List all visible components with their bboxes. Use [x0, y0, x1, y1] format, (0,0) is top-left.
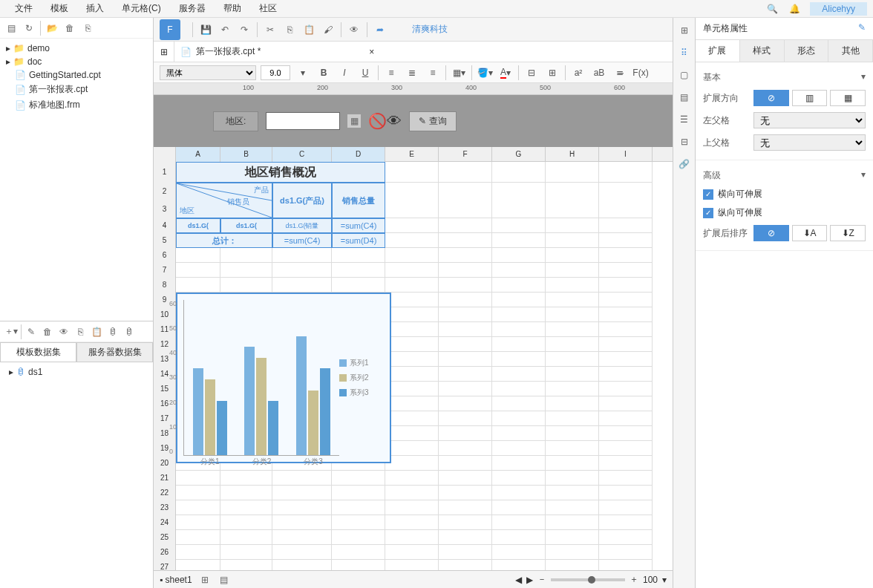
paste-dataset-icon[interactable]: 📋 — [90, 325, 103, 339]
zoom-out-icon[interactable]: － — [537, 573, 546, 586]
menu-community[interactable]: 社区 — [250, 2, 286, 15]
row-20[interactable]: 20 — [154, 456, 176, 471]
menu-template[interactable]: 模板 — [42, 2, 77, 15]
chart-embed[interactable]: 6050403020100 分类1分类2分类3 系列1系列2系列3 — [176, 293, 391, 463]
tree-file-map[interactable]: 📄 标准地图.frm — [0, 97, 153, 113]
cell-diagonal[interactable]: 产品 销售员 地区 — [176, 183, 272, 218]
italic-icon[interactable]: I — [336, 65, 353, 81]
subscript-icon[interactable]: aB — [591, 65, 607, 81]
row-7[interactable]: 7 — [154, 263, 176, 278]
format-painter-icon[interactable]: 🖌 — [321, 23, 335, 36]
col-B[interactable]: B — [220, 147, 272, 162]
expand-none-button[interactable]: ⊘ — [753, 90, 789, 106]
row-21[interactable]: 21 — [154, 471, 176, 486]
menu-help[interactable]: 帮助 — [215, 2, 250, 15]
cell-ab5[interactable]: 总计： — [176, 233, 272, 248]
copy-icon[interactable]: ⎘ — [81, 22, 94, 35]
tab-format[interactable]: 形态 — [785, 40, 829, 62]
collapse-basic-icon[interactable]: ▾ — [861, 71, 866, 84]
sort-desc-button[interactable]: ⬇Z — [830, 225, 866, 241]
db-icon[interactable]: 🛢 — [106, 325, 120, 339]
grid-icon[interactable]: ⠿ — [678, 46, 691, 59]
link-icon[interactable]: 🔗 — [678, 157, 691, 171]
tree-file-gettingstarted[interactable]: 📄 GettingStarted.cpt — [0, 68, 153, 82]
bold-icon[interactable]: B — [315, 65, 332, 81]
border-icon[interactable]: ▦▾ — [451, 65, 467, 81]
underline-icon[interactable]: U — [357, 65, 373, 81]
row-27[interactable]: 27 — [154, 560, 176, 570]
scroll-left-icon[interactable]: ◀ — [515, 575, 522, 585]
tab-switch-icon[interactable]: ⊞ — [154, 42, 174, 62]
tree-folder-demo[interactable]: ▸ 📁 demo — [0, 42, 153, 55]
strike-icon[interactable]: ≡̶ — [612, 65, 628, 81]
share-icon[interactable]: ➦ — [373, 23, 387, 36]
copy2-icon[interactable]: ⎘ — [283, 23, 296, 36]
zoom-dropdown-icon[interactable]: ▾ — [662, 575, 667, 585]
layout-icon[interactable]: ▢ — [678, 68, 691, 82]
cell-c4[interactable]: ds1.G(销量 — [272, 218, 332, 233]
row-1[interactable]: 1 — [154, 162, 176, 183]
preview-icon[interactable]: 👁 — [57, 325, 71, 339]
tree-file-report1[interactable]: 📄 第一张报表.cpt — [0, 82, 153, 97]
cell-d4[interactable]: =sum(C4) — [332, 218, 385, 233]
collapse-icon[interactable]: ▤ — [4, 22, 18, 35]
align-left-icon[interactable]: ≡ — [383, 65, 399, 81]
checkbox-v-expand[interactable]: ✓ 纵向可伸展 — [703, 203, 866, 222]
dataset-ds1[interactable]: ▸ 🛢 ds1 — [3, 365, 150, 379]
row-8[interactable]: 8 — [154, 278, 176, 293]
row-4[interactable]: 4 — [154, 218, 176, 233]
bell-icon[interactable]: 🔔 — [788, 2, 801, 16]
left-parent-select[interactable]: 无 — [753, 112, 866, 128]
menu-server[interactable]: 服务器 — [170, 2, 215, 15]
row-2-3[interactable]: 23 — [154, 183, 176, 218]
user-badge[interactable]: Alicehyy — [810, 2, 867, 16]
open-icon[interactable]: 📂 — [45, 22, 59, 35]
eye-off-icon[interactable]: 🚫👁 — [368, 112, 402, 130]
size-dropdown-icon[interactable]: ▾ — [295, 65, 311, 81]
function-icon[interactable]: F(x) — [632, 65, 649, 81]
float-icon[interactable]: ▤ — [678, 91, 691, 104]
row-24[interactable]: 24 — [154, 515, 176, 530]
cell-b4[interactable]: ds1.G( — [220, 218, 272, 233]
tab-server-dataset[interactable]: 服务器数据集 — [76, 342, 153, 362]
scroll-right-icon[interactable]: ▶ — [526, 575, 533, 585]
cell-c23[interactable]: ds1.G(产品) — [272, 183, 332, 218]
preview2-icon[interactable]: 👁 — [347, 23, 361, 36]
col-G[interactable]: G — [492, 147, 546, 162]
save-icon[interactable]: 💾 — [199, 23, 212, 36]
row-22[interactable]: 22 — [154, 486, 176, 500]
tab-expand[interactable]: 扩展 — [696, 40, 740, 62]
add-dataset-icon[interactable]: ＋▾ — [4, 325, 18, 339]
col-C[interactable]: C — [272, 147, 332, 162]
close-tab-icon[interactable]: × — [369, 47, 374, 57]
cut-icon[interactable]: ✂ — [264, 23, 277, 36]
pin-icon[interactable]: ✎ — [858, 22, 866, 35]
expand-h-button[interactable]: ▥ — [792, 90, 828, 106]
db2-icon[interactable]: 🛢 — [122, 325, 136, 339]
query-button[interactable]: ✎查询 — [409, 111, 457, 131]
font-select[interactable]: 黑体 — [160, 65, 256, 80]
row-23[interactable]: 23 — [154, 500, 176, 515]
menu-cell[interactable]: 单元格(C) — [113, 2, 170, 15]
merge-icon[interactable]: ⊟ — [523, 65, 540, 81]
col-E[interactable]: E — [385, 147, 439, 162]
add-sheet-icon[interactable]: ⊞ — [198, 573, 212, 587]
toolbar-link-text[interactable]: 清爽科技 — [412, 23, 448, 36]
cell-d23[interactable]: 销售总量 — [332, 183, 385, 218]
delete-icon[interactable]: 🗑 — [63, 22, 76, 35]
doc-tab[interactable]: 📄 第一张报表.cpt * × — [174, 42, 380, 62]
sheet-tab-1[interactable]: ▪ sheet1 — [160, 575, 192, 585]
redo-icon[interactable]: ↷ — [238, 23, 251, 36]
col-I[interactable]: I — [599, 147, 653, 162]
row-25[interactable]: 25 — [154, 530, 176, 545]
param-input-region[interactable] — [266, 112, 340, 130]
top-parent-select[interactable]: 无 — [753, 134, 866, 151]
cell-title[interactable]: 地区销售概况 — [176, 162, 385, 183]
link-icon[interactable] — [393, 23, 406, 36]
row-5[interactable]: 5 — [154, 233, 176, 248]
edit-icon[interactable]: ✎ — [24, 325, 38, 339]
sort-none-button[interactable]: ⊘ — [753, 225, 789, 241]
cell-d5[interactable]: =sum(D4) — [332, 233, 385, 248]
copy-dataset-icon[interactable]: ⎘ — [73, 325, 87, 339]
sheet-menu-icon[interactable]: ▤ — [218, 573, 231, 587]
